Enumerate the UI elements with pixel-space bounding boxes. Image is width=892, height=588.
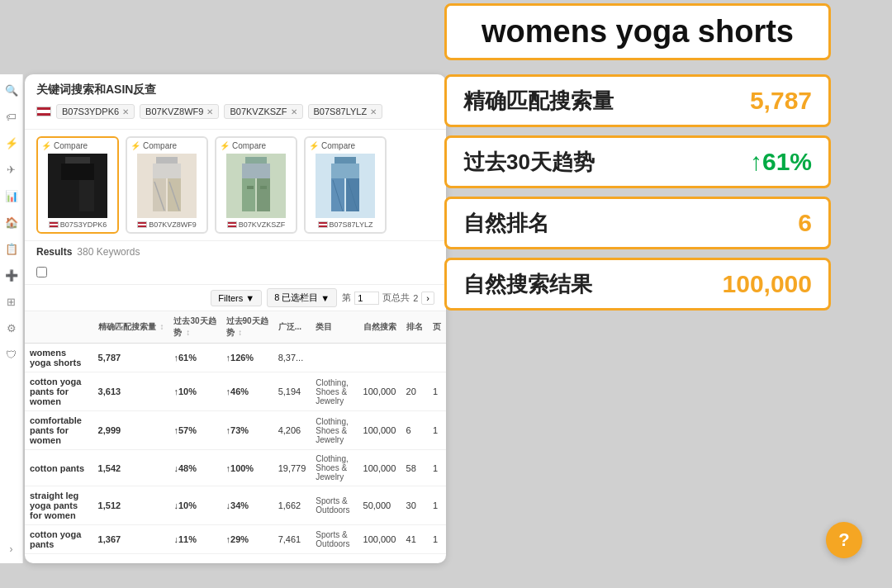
sidebar-lightning-icon[interactable]: ⚡	[4, 135, 19, 150]
product-card-4[interactable]: ⚡ Compare B07S87LYLZ	[304, 136, 387, 234]
keyword-cell: womens yoga shorts	[25, 344, 93, 372]
columns-button[interactable]: 8 已选栏目 ▼	[267, 288, 337, 307]
panel-header: 关键词搜索和ASIN反查 B07S3YDPK6 ✕ B07KVZ8WF9 ✕ B…	[25, 74, 446, 130]
trend30-cell: ↑61%	[168, 344, 221, 372]
sidebar-tag-icon[interactable]: 🏷	[4, 109, 19, 124]
search-query-box: womens yoga shorts	[444, 3, 831, 60]
results-header: Results 380 Keywords	[25, 240, 446, 263]
trend30-cell: ↓10%	[168, 486, 221, 525]
compare-btn-2[interactable]: ⚡ Compare	[130, 141, 203, 150]
table-row[interactable]: cotton yoga pants 1,367 ↓11% ↑29% 7,461 …	[25, 525, 446, 554]
filters-button[interactable]: Filters ▼	[211, 290, 262, 306]
th-trend-30[interactable]: 过去30天趋势 ↕	[168, 311, 221, 344]
asin-tag-1-close[interactable]: ✕	[122, 107, 129, 116]
product-asin-1: B07S3YDPK6	[41, 220, 114, 229]
compare-btn-4[interactable]: ⚡ Compare	[309, 141, 382, 150]
product-card-3[interactable]: ⚡ Compare B07KVZKSZF	[215, 136, 297, 234]
th-exact-search[interactable]: 精确匹配搜索量 ↕	[93, 311, 169, 344]
category-cell	[311, 344, 358, 372]
trend-30-value: ↑61%	[750, 148, 812, 176]
flag-2	[137, 221, 147, 228]
asin-tag-2[interactable]: B07KVZ8WF9 ✕	[140, 104, 219, 119]
asin-tag-1[interactable]: B07S3YDPK6 ✕	[56, 104, 135, 119]
sidebar-expand-btn[interactable]: ›	[10, 543, 13, 555]
sidebar-plus-icon[interactable]: ➕	[4, 268, 19, 282]
sidebar-send-icon[interactable]: ✈	[4, 162, 19, 177]
organic-results-value: 100,000	[723, 270, 812, 298]
broad-cell: 1,662	[273, 486, 311, 525]
help-icon: ?	[838, 529, 849, 551]
table-row[interactable]: cotton pants 1,542 ↓48% ↑100% 19,779 Clo…	[25, 450, 446, 486]
table-row[interactable]: capri leggings for women with pockets 1,…	[25, 554, 446, 560]
asin-tag-3-close[interactable]: ✕	[291, 107, 297, 116]
asin-tag-4-close[interactable]: ✕	[370, 107, 377, 116]
compare-btn-1[interactable]: ⚡ Compare	[41, 141, 114, 150]
sidebar-search-icon[interactable]: 🔍	[4, 83, 19, 97]
keyword-cell: comfortable pants for women	[25, 411, 93, 450]
panel-title: 关键词搜索和ASIN反查	[36, 83, 434, 97]
svg-rect-2	[61, 180, 76, 211]
select-all-row	[25, 263, 446, 285]
sidebar-home-icon[interactable]: 🏠	[4, 215, 19, 230]
help-button[interactable]: ?	[826, 522, 862, 558]
category-cell: Clothing, Shoes & Jewelry	[311, 450, 358, 486]
organic-results-cell: 100,000	[358, 411, 401, 450]
next-page-btn[interactable]: ›	[421, 292, 434, 305]
rank-cell	[401, 344, 428, 372]
keyword-table-scroll[interactable]: 精确匹配搜索量 ↕ 过去30天趋势 ↕ 过去90天趋势 ↕ 广泛... 类目 自…	[25, 311, 446, 559]
page-input[interactable]	[354, 292, 379, 305]
keyword-cell: capri leggings for women with pockets	[25, 554, 93, 560]
exact-match-stat-box: 精确匹配搜索量 5,787	[444, 74, 831, 127]
asin-tag-2-close[interactable]: ✕	[206, 107, 213, 116]
page-cell: 1	[428, 486, 446, 525]
trend90-cell: ↑100%	[221, 450, 273, 486]
th-broad[interactable]: 广泛...	[273, 311, 311, 344]
page-cell: 1	[428, 372, 446, 411]
compare-btn-3[interactable]: ⚡ Compare	[220, 141, 292, 150]
select-all-checkbox[interactable]	[36, 267, 47, 277]
svg-rect-14	[247, 186, 254, 189]
sidebar-shield-icon[interactable]: 🛡	[4, 347, 19, 362]
product-card-1[interactable]: ⚡ Compare B07S3YDPK6	[36, 136, 119, 234]
table-row[interactable]: comfortable pants for women 2,999 ↑57% ↑…	[25, 411, 446, 450]
svg-rect-5	[153, 164, 181, 178]
category-cell: Clothing, Shoes & Jewelry	[311, 372, 358, 411]
trend30-cell: ↑97%	[168, 554, 221, 560]
trend90-cell: ↑29%	[221, 525, 273, 554]
broad-cell: 4,206	[273, 411, 311, 450]
table-row[interactable]: cotton yoga pants for women 3,613 ↑10% ↑…	[25, 372, 446, 411]
sidebar-grid-icon[interactable]: ⊞	[4, 294, 19, 309]
sidebar-list-icon[interactable]: 📋	[4, 241, 19, 256]
page-label: 第	[342, 292, 351, 304]
sidebar-gear-icon[interactable]: ⚙	[4, 320, 19, 335]
organic-rank-stat-box: 自然排名 6	[444, 197, 831, 249]
product-asin-2: B07KVZ8WF9	[130, 220, 203, 229]
page-total: 2	[413, 293, 418, 303]
asin-tag-1-text: B07S3YDPK6	[62, 107, 119, 116]
organic-results-cell: 100,000	[358, 525, 401, 554]
sidebar-chart-icon[interactable]: 📊	[4, 188, 19, 203]
exact-match-label: 精确匹配搜索量	[463, 87, 614, 116]
product-card-2[interactable]: ⚡ Compare B07KVZ8WF9	[126, 136, 208, 234]
table-row[interactable]: straight leg yoga pants for women 1,512 …	[25, 486, 446, 525]
th-trend-90[interactable]: 过去90天趋势 ↕	[221, 311, 273, 344]
organic-rank-label: 自然排名	[463, 209, 549, 238]
svg-rect-17	[331, 164, 359, 178]
broad-cell: 8,37...	[273, 344, 311, 372]
trend30-cell: ↓48%	[168, 450, 221, 486]
results-count: 380 Keywords	[77, 246, 140, 258]
rank-cell: 58	[401, 450, 428, 486]
trend-30-label: 过去30天趋势	[463, 148, 595, 177]
asin-tag-3[interactable]: B07KVZKSZF ✕	[224, 104, 302, 119]
organic-results-cell	[358, 344, 401, 372]
product-image-1	[48, 154, 107, 218]
trend30-cell: ↑57%	[168, 411, 221, 450]
trend-30-stat-box: 过去30天趋势 ↑61%	[444, 135, 831, 188]
table-row[interactable]: womens yoga shorts 5,787 ↑61% ↑126% 8,37…	[25, 344, 446, 372]
exact-search-cell: 5,787	[93, 344, 169, 372]
page-nav: 第 页总共 2 ›	[342, 292, 434, 305]
page-total-label: 页总共	[382, 292, 410, 304]
compare-icon-3: ⚡	[220, 141, 230, 150]
asin-tag-4[interactable]: B07S87LYLZ ✕	[308, 104, 383, 119]
keyword-cell: cotton yoga pants	[25, 525, 93, 554]
